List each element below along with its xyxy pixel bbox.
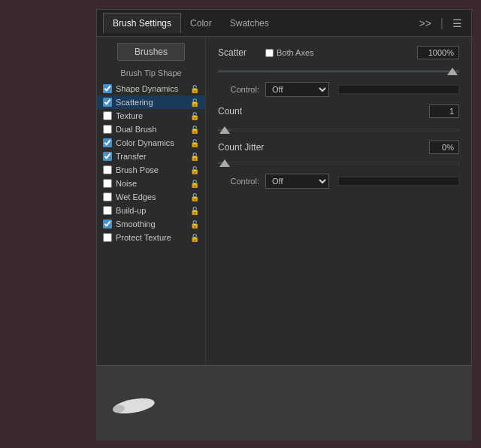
build-up-label[interactable]: Build-up: [116, 206, 189, 215]
transfer-checkbox[interactable]: [103, 152, 112, 161]
sidebar-item-smoothing[interactable]: Smoothing 🔓: [97, 217, 205, 231]
control-label-1: Control:: [218, 85, 259, 94]
sidebar-item-wet-edges[interactable]: Wet Edges 🔓: [97, 190, 205, 204]
sidebar-item-build-up[interactable]: Build-up 🔓: [97, 204, 205, 217]
count-jitter-thumb[interactable]: [219, 159, 230, 167]
build-up-lock-icon: 🔓: [190, 207, 199, 215]
protect-texture-label[interactable]: Protect Texture: [116, 233, 189, 242]
count-jitter-value-input[interactable]: [429, 141, 459, 154]
sidebar-item-protect-texture[interactable]: Protect Texture 🔓: [97, 231, 205, 244]
count-jitter-slider[interactable]: [218, 157, 459, 169]
scatter-value-input[interactable]: [417, 46, 459, 59]
sidebar-item-color-dynamics[interactable]: Color Dynamics 🔓: [97, 136, 205, 150]
protect-texture-checkbox[interactable]: [103, 233, 112, 242]
brush-pose-lock-icon: 🔓: [190, 166, 199, 174]
noise-lock-icon: 🔓: [190, 180, 199, 188]
expand-button[interactable]: >>: [416, 16, 434, 31]
sidebar-item-noise[interactable]: Noise 🔓: [97, 177, 205, 190]
tab-swatches[interactable]: Swatches: [221, 14, 278, 33]
control-row-1: Control: Off Fade Pen Pressure Pen Tilt …: [218, 82, 459, 97]
count-label: Count: [218, 106, 278, 117]
tab-bar: Brush Settings Color Swatches >> | ☰: [97, 10, 471, 37]
control-select-1[interactable]: Off Fade Pen Pressure Pen Tilt Stylus Wh…: [265, 82, 329, 97]
control-select-2[interactable]: Off Fade Pen Pressure Pen Tilt Stylus Wh…: [265, 174, 329, 189]
count-value-input[interactable]: [429, 104, 459, 118]
transfer-label[interactable]: Transfer: [116, 152, 189, 161]
sidebar-item-transfer[interactable]: Transfer 🔓: [97, 150, 205, 163]
scattering-label[interactable]: Scattering: [116, 98, 189, 107]
count-row: Count: [218, 104, 459, 118]
menu-button[interactable]: ☰: [449, 16, 465, 31]
brushes-button[interactable]: Brushes: [117, 43, 185, 61]
brush-preview-area: [96, 365, 472, 440]
shape-dynamics-label[interactable]: Shape Dynamics: [116, 84, 189, 93]
scatter-slider[interactable]: [218, 65, 459, 77]
shape-dynamics-lock-icon: 🔓: [190, 85, 199, 93]
brush-pose-checkbox[interactable]: [103, 165, 112, 174]
brush-preview-svg: [111, 392, 164, 415]
wet-edges-label[interactable]: Wet Edges: [116, 192, 189, 201]
transfer-lock-icon: 🔓: [190, 153, 199, 161]
count-jitter-track: [218, 162, 459, 165]
shape-dynamics-checkbox[interactable]: [103, 84, 112, 93]
scatter-row: Scatter Both Axes: [218, 46, 459, 59]
brush-tip-shape-title: Brush Tip Shape: [97, 68, 205, 77]
scatter-slider-thumb[interactable]: [447, 68, 458, 75]
texture-label[interactable]: Texture: [116, 111, 189, 120]
smoothing-lock-icon: 🔓: [190, 220, 199, 229]
sidebar-item-shape-dynamics[interactable]: Shape Dynamics 🔓: [97, 82, 205, 95]
both-axes-label: Both Axes: [277, 48, 314, 57]
tab-icons: >> | ☰: [416, 16, 465, 31]
tab-color[interactable]: Color: [181, 14, 221, 33]
control-row-2: Control: Off Fade Pen Pressure Pen Tilt …: [218, 174, 459, 189]
color-dynamics-checkbox[interactable]: [103, 138, 112, 147]
wet-edges-lock-icon: 🔓: [190, 193, 199, 201]
protect-texture-lock-icon: 🔓: [190, 234, 199, 242]
build-up-checkbox[interactable]: [103, 206, 112, 215]
sidebar-item-brush-pose[interactable]: Brush Pose 🔓: [97, 163, 205, 177]
scatter-slider-track: [218, 71, 459, 73]
count-jitter-row: Count Jitter: [218, 141, 459, 154]
both-axes-checkbox[interactable]: [265, 49, 274, 57]
smoothing-checkbox[interactable]: [103, 219, 112, 229]
scatter-label: Scatter: [218, 47, 259, 58]
smoothing-label[interactable]: Smoothing: [116, 219, 189, 229]
color-dynamics-lock-icon: 🔓: [190, 139, 199, 147]
dual-brush-label[interactable]: Dual Brush: [116, 125, 189, 134]
dual-brush-checkbox[interactable]: [103, 125, 112, 134]
tab-brush-settings[interactable]: Brush Settings: [103, 13, 181, 33]
count-slider[interactable]: [218, 124, 459, 136]
both-axes-group: Both Axes: [265, 48, 314, 57]
count-slider-track: [218, 129, 459, 132]
scattering-lock-icon: 🔓: [190, 98, 199, 107]
scattering-checkbox[interactable]: [103, 98, 112, 107]
sidebar-item-scattering[interactable]: Scattering 🔓: [97, 95, 205, 109]
count-slider-thumb[interactable]: [219, 126, 230, 134]
tab-divider: |: [437, 17, 446, 30]
texture-lock-icon: 🔓: [190, 112, 199, 120]
wet-edges-checkbox[interactable]: [103, 192, 112, 201]
sidebar-item-dual-brush[interactable]: Dual Brush 🔓: [97, 123, 205, 136]
dual-brush-lock-icon: 🔓: [190, 126, 199, 134]
noise-label[interactable]: Noise: [116, 179, 189, 188]
noise-checkbox[interactable]: [103, 179, 112, 188]
brush-pose-label[interactable]: Brush Pose: [116, 165, 189, 174]
texture-checkbox[interactable]: [103, 111, 112, 120]
scatter-slider-fill: [219, 71, 458, 72]
color-dynamics-label[interactable]: Color Dynamics: [116, 138, 189, 147]
sidebar-item-texture[interactable]: Texture 🔓: [97, 109, 205, 123]
control-label-2: Control:: [218, 177, 259, 186]
count-jitter-label: Count Jitter: [218, 142, 278, 153]
